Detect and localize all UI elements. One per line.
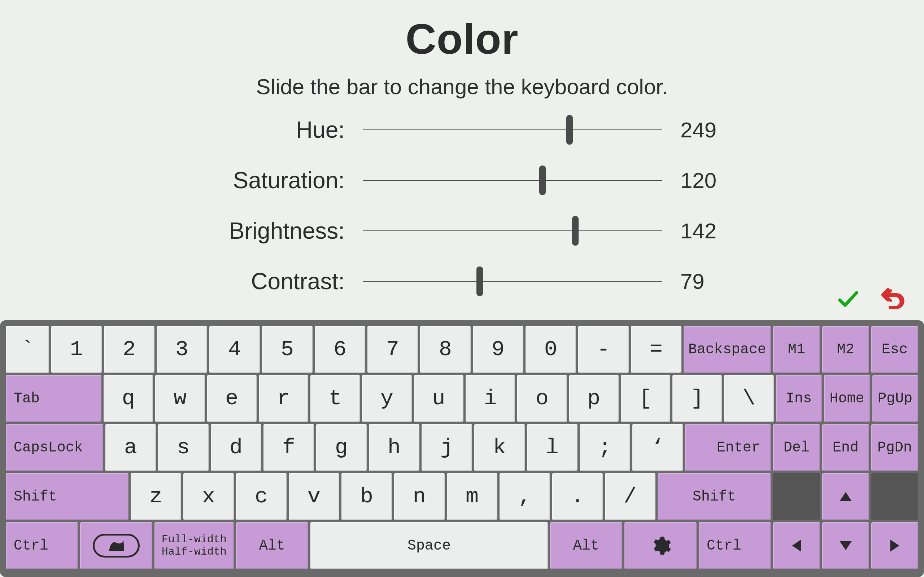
arrow-right-icon — [886, 537, 904, 554]
key-r[interactable]: r — [259, 375, 308, 422]
hue-slider[interactable] — [363, 129, 662, 130]
key-3[interactable]: 3 — [157, 326, 207, 373]
key-bracket-left[interactable]: [ — [621, 375, 670, 422]
hue-label: Hue: — [182, 116, 345, 143]
key-w[interactable]: w — [155, 375, 205, 422]
hue-slider-thumb[interactable] — [566, 115, 573, 145]
confirm-icon[interactable] — [835, 286, 861, 313]
key-j[interactable]: j — [422, 424, 472, 471]
brightness-slider[interactable] — [363, 230, 662, 231]
key-equals[interactable]: = — [631, 326, 682, 373]
key-c[interactable]: c — [236, 473, 287, 520]
key-enter[interactable]: Enter — [685, 424, 771, 471]
key-width-toggle[interactable]: Full-width Half-width — [155, 522, 234, 569]
contrast-slider-thumb[interactable] — [477, 266, 483, 296]
key-k[interactable]: k — [474, 424, 525, 471]
key-ctrl-left[interactable]: Ctrl — [6, 522, 78, 569]
undo-icon[interactable] — [881, 286, 906, 313]
key-n[interactable]: n — [394, 473, 445, 520]
key-m[interactable]: m — [447, 473, 498, 520]
key-4[interactable]: 4 — [209, 326, 260, 373]
key-period[interactable]: . — [552, 473, 603, 520]
arrow-up-icon — [837, 488, 855, 506]
key-6[interactable]: 6 — [315, 326, 365, 373]
key-m1[interactable]: M1 — [773, 326, 820, 373]
key-slash[interactable]: / — [605, 473, 656, 520]
key-i[interactable]: i — [465, 375, 515, 422]
color-settings-panel: Color Slide the bar to change the keyboa… — [0, 0, 924, 320]
key-pgup[interactable]: PgUp — [872, 375, 918, 422]
key-0[interactable]: 0 — [525, 326, 576, 373]
key-7[interactable]: 7 — [367, 326, 418, 373]
key-f[interactable]: f — [263, 424, 314, 471]
key-shift-right[interactable]: Shift — [657, 473, 771, 520]
page-subtitle: Slide the bar to change the keyboard col… — [256, 74, 668, 99]
key-t[interactable]: t — [310, 375, 360, 422]
key-x[interactable]: x — [183, 473, 234, 520]
key-s[interactable]: s — [158, 424, 208, 471]
action-icons — [835, 286, 906, 313]
key-h[interactable]: h — [369, 424, 419, 471]
key-del[interactable]: Del — [773, 424, 820, 471]
key-logo[interactable] — [80, 522, 152, 569]
key-8[interactable]: 8 — [420, 326, 471, 373]
key-ctrl-right[interactable]: Ctrl — [699, 522, 771, 569]
key-a[interactable]: a — [105, 424, 156, 471]
key-y[interactable]: y — [362, 375, 412, 422]
key-9[interactable]: 9 — [473, 326, 523, 373]
saturation-slider-thumb[interactable] — [539, 166, 546, 195]
key-o[interactable]: o — [517, 375, 567, 422]
key-g[interactable]: g — [316, 424, 367, 471]
key-esc[interactable]: Esc — [871, 326, 918, 373]
key-semicolon[interactable]: ; — [580, 424, 630, 471]
key-ins[interactable]: Ins — [776, 375, 822, 422]
arrow-down-icon — [837, 537, 855, 554]
key-tab[interactable]: Tab — [6, 375, 102, 422]
key-1[interactable]: 1 — [51, 326, 102, 373]
key-u[interactable]: u — [414, 375, 464, 422]
key-5[interactable]: 5 — [262, 326, 313, 373]
gear-icon — [650, 535, 671, 556]
key-home[interactable]: Home — [824, 375, 870, 422]
brightness-value: 142 — [680, 219, 742, 243]
key-q[interactable]: q — [103, 375, 153, 422]
key-p[interactable]: p — [569, 375, 619, 422]
key-v[interactable]: v — [289, 473, 339, 520]
key-b[interactable]: b — [341, 473, 392, 520]
key-capslock[interactable]: CapsLock — [6, 424, 103, 471]
saturation-slider[interactable] — [363, 180, 662, 181]
key-quote[interactable]: ‘ — [632, 424, 683, 471]
key-backslash[interactable]: \ — [724, 375, 774, 422]
key-m2[interactable]: M2 — [822, 326, 869, 373]
contrast-slider[interactable] — [363, 281, 662, 282]
key-end[interactable]: End — [822, 424, 869, 471]
key-minus[interactable]: - — [578, 326, 629, 373]
key-comma[interactable]: , — [499, 473, 550, 520]
key-shift-left[interactable]: Shift — [6, 473, 129, 520]
logo-icon — [93, 534, 140, 558]
arrow-left-icon — [788, 537, 806, 554]
key-arrow-right[interactable] — [871, 522, 918, 569]
key-z[interactable]: z — [131, 473, 181, 520]
key-settings[interactable] — [624, 522, 696, 569]
key-pgdn[interactable]: PgDn — [871, 424, 918, 471]
key-alt-left[interactable]: Alt — [236, 522, 308, 569]
key-2[interactable]: 2 — [104, 326, 155, 373]
key-space[interactable]: Space — [310, 522, 548, 569]
key-arrow-down[interactable] — [822, 522, 869, 569]
saturation-label: Saturation: — [182, 167, 345, 193]
brightness-slider-row: Brightness: 142 — [182, 218, 742, 243]
key-arrow-left[interactable] — [773, 522, 820, 569]
keyboard-row-5: Ctrl Full-width Half-width Alt Space Alt… — [6, 522, 918, 569]
key-d[interactable]: d — [211, 424, 261, 471]
key-backtick[interactable]: ` — [6, 326, 49, 373]
brightness-slider-thumb[interactable] — [572, 216, 578, 246]
key-alt-right[interactable]: Alt — [550, 522, 622, 569]
keyboard-row-2: Tab q w e r t y u i o p [ ] \ Ins Home P… — [6, 375, 918, 422]
key-bracket-right[interactable]: ] — [672, 375, 722, 422]
key-e[interactable]: e — [207, 375, 257, 422]
brightness-label: Brightness: — [182, 218, 345, 244]
key-arrow-up[interactable] — [822, 473, 869, 520]
key-l[interactable]: l — [527, 424, 577, 471]
key-backspace[interactable]: Backspace — [683, 326, 771, 373]
